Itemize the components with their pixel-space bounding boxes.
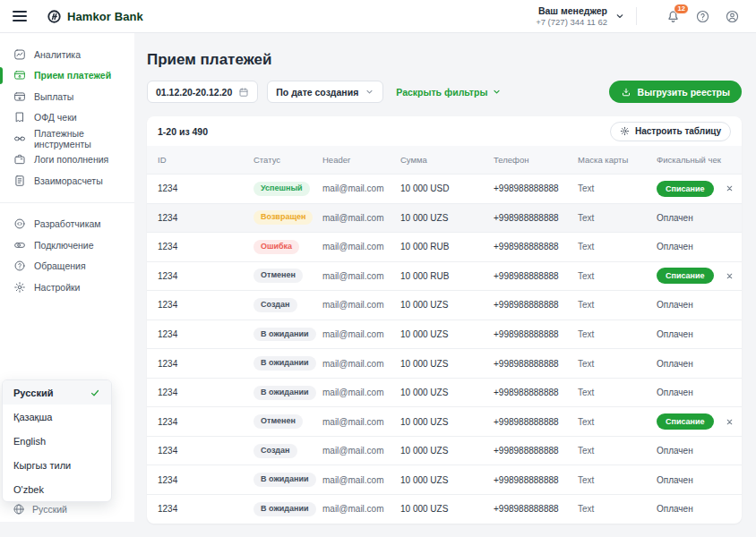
globe-icon — [13, 503, 25, 516]
fiscal-writeoff-button[interactable]: Списание — [657, 268, 714, 284]
table-row[interactable]: 1234В ожиданииmail@mail.com10 000 UZS+99… — [147, 378, 742, 407]
table-row[interactable]: 1234Возвращенmail@mail.com10 000 UZS+998… — [147, 203, 742, 233]
sidebar-item-payment-tools[interactable]: Платежные инструменты — [0, 128, 134, 149]
row-card-mask-cell: Text — [578, 504, 657, 514]
table-row[interactable]: 1234В ожиданииmail@mail.com10 000 UZS+99… — [147, 348, 742, 378]
sidebar-item-settings[interactable]: Настройки — [0, 277, 134, 298]
date-range-input[interactable]: 01.12.20-20.12.20 — [147, 81, 258, 103]
row-card-mask-cell: Text — [578, 388, 657, 397]
fiscal-writeoff-button[interactable]: Списание — [657, 181, 714, 197]
row-id-cell: 1234 — [158, 183, 253, 193]
hamkor-logo-icon — [47, 9, 62, 24]
fiscal-writeoff-button[interactable]: Списание — [657, 413, 714, 430]
row-phone-cell: +998988888888 — [494, 475, 578, 485]
help-button[interactable] — [695, 9, 710, 24]
row-card-mask-cell: Text — [578, 475, 657, 485]
sidebar-item-support[interactable]: Обращения — [0, 256, 134, 277]
language-selector[interactable]: Русский — [13, 503, 67, 516]
row-id-cell: 1234 — [158, 300, 253, 310]
export-registries-label: Выгрузить реестры — [638, 87, 730, 98]
row-phone-cell: +998988888888 — [494, 417, 578, 427]
sidebar-item-payouts[interactable]: Выплаты — [0, 86, 134, 107]
column-header: Телефон — [494, 155, 578, 165]
table-row[interactable]: 1234Созданmail@mail.com10 000 UZS+998988… — [147, 290, 742, 320]
row-id-cell: 1234 — [158, 446, 253, 456]
configure-table-button[interactable]: Настроить таблицу — [610, 122, 731, 141]
language-option-english[interactable]: English — [3, 429, 111, 453]
language-option-label: Кыргыз тили — [13, 460, 71, 471]
sidebar-item-label: Обращения — [34, 260, 86, 271]
status-badge: Успешный — [253, 182, 310, 196]
row-id-cell: 1234 — [158, 417, 253, 427]
column-header: Фискальный чек — [657, 155, 731, 165]
sidebar: АналитикаПрием платежейВыплатыОФД чекиПл… — [0, 33, 134, 522]
notifications-button[interactable]: 12 — [666, 9, 681, 24]
chevron-down-icon — [614, 11, 625, 21]
row-fiscal-cell: Оплачен — [657, 213, 731, 223]
gear-icon — [13, 281, 26, 294]
payments-in-icon — [13, 69, 26, 81]
row-fiscal-cell: Оплачен — [657, 475, 731, 485]
sidebar-item-developers[interactable]: Разработчикам — [0, 214, 134, 235]
table-row[interactable]: 1234В ожиданииmail@mail.com10 000 UZS+99… — [147, 465, 742, 494]
profile-icon — [725, 9, 740, 24]
row-phone-cell: +998988888888 — [494, 300, 578, 310]
row-id-cell: 1234 — [158, 359, 253, 369]
row-phone-cell: +998988888888 — [494, 329, 578, 339]
row-phone-cell: +998988888888 — [494, 504, 578, 514]
row-id-cell: 1234 — [158, 475, 253, 485]
calendar-icon — [238, 87, 249, 98]
table-row[interactable]: 1234В ожиданииmail@mail.com10 000 UZS+99… — [147, 320, 742, 349]
table-row[interactable]: 1234Отмененmail@mail.com10 000 UZS+99898… — [147, 406, 742, 436]
dismiss-fiscal-button[interactable] — [725, 417, 735, 427]
row-id-cell: 1234 — [158, 242, 253, 251]
sort-by-select[interactable]: По дате создания — [267, 81, 383, 103]
sidebar-item-analytics[interactable]: Аналитика — [0, 44, 134, 65]
sort-by-value: По дате создания — [276, 87, 358, 98]
hamkor-logo-icon — [47, 9, 62, 24]
row-phone-cell: +998988888888 — [494, 242, 578, 251]
language-option-kazakh[interactable]: Қазақша — [3, 405, 111, 429]
row-amount-cell: 10 000 UZS — [400, 213, 494, 223]
sidebar-item-ofd-checks[interactable]: ОФД чеки — [0, 107, 134, 129]
row-id-cell: 1234 — [158, 213, 253, 223]
row-fiscal-cell: Списание — [657, 181, 735, 197]
expand-filters-link[interactable]: Раскрыть фильтры — [396, 87, 502, 98]
export-registries-button[interactable]: Выгрузить реестры — [609, 81, 742, 103]
status-badge: В ожидании — [253, 328, 316, 342]
column-header: Маска карты — [578, 155, 657, 165]
menu-icon[interactable] — [13, 11, 27, 21]
table-row[interactable]: 1234Ошибкаmail@mail.com10 000 RUB+998988… — [147, 232, 742, 261]
briefcase-icon — [13, 153, 26, 166]
table-row[interactable]: 1234В ожиданииmail@mail.com10 000 UZS+99… — [147, 494, 742, 524]
table-row[interactable]: 1234Успешныйmail@mail.com10 000 USD+9989… — [147, 174, 742, 203]
profile-button[interactable] — [725, 9, 740, 24]
row-fiscal-cell: Списание — [657, 268, 735, 284]
column-header: Сумма — [400, 155, 494, 165]
sidebar-item-connection[interactable]: Подключение — [0, 234, 134, 256]
language-option-uzbek[interactable]: O'zbek — [3, 477, 111, 501]
download-icon — [621, 87, 631, 98]
row-phone-cell: +998988888888 — [494, 213, 578, 223]
language-option-russian[interactable]: Русский — [3, 380, 111, 405]
sidebar-item-label: ОФД чеки — [34, 112, 77, 123]
sidebar-item-payments-in[interactable]: Прием платежей — [0, 65, 134, 87]
table-row[interactable]: 1234Созданmail@mail.com10 000 UZS+998988… — [147, 436, 742, 465]
row-header-cell: mail@mail.com — [322, 213, 400, 223]
dismiss-fiscal-button[interactable] — [725, 183, 735, 193]
row-fiscal-cell: Списание — [657, 413, 735, 430]
row-card-mask-cell: Text — [578, 329, 657, 339]
row-amount-cell: 10 000 UZS — [400, 446, 494, 456]
dismiss-fiscal-button[interactable] — [725, 271, 735, 281]
sidebar-item-topup-logs[interactable]: Логи пополнения — [0, 149, 134, 171]
row-fiscal-cell: Оплачен — [657, 446, 731, 456]
row-amount-cell: 10 000 RUB — [400, 271, 494, 281]
manager-dropdown[interactable]: Ваш менеджер +7 (727) 344 11 62 — [536, 5, 607, 27]
language-option-kyrgyz[interactable]: Кыргыз тили — [3, 453, 111, 477]
notifications-badge: 12 — [674, 4, 689, 15]
table-row[interactable]: 1234Отмененmail@mail.com10 000 RUB+99898… — [147, 261, 742, 291]
sidebar-item-settlements[interactable]: Взаиморасчеты — [0, 170, 134, 192]
sidebar-item-label: Логи пополнения — [34, 154, 108, 165]
row-amount-cell: 10 000 UZS — [400, 359, 494, 369]
row-fiscal-cell: Оплачен — [657, 242, 731, 251]
